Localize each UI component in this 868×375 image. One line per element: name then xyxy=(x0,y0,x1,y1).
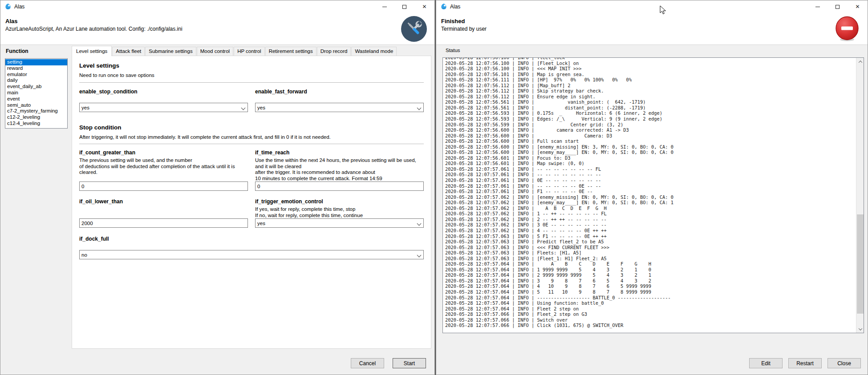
field-help-if-count-greater-than: The previous setting will be used, and t… xyxy=(79,157,248,176)
minimize-button[interactable] xyxy=(374,0,394,13)
if-oil-lower-than-input[interactable] xyxy=(79,218,248,228)
log-line: 2020-05-28 12:07:57.061 | INFO | -- -- -… xyxy=(445,172,856,177)
if-dock-full-select[interactable]: no xyxy=(79,250,424,259)
maximize-icon xyxy=(836,5,840,9)
log-line: 2020-05-28 12:07:56.100 | INFO | [Fleet_… xyxy=(445,60,856,66)
alas-config-window: Alas ✕ Alas AzurLaneAutoScript, An Azur … xyxy=(0,0,435,375)
log-line: 2020-05-28 12:07:56.561 | INFO | distant… xyxy=(445,105,856,111)
chevron-down-icon xyxy=(417,222,422,226)
function-list-item[interactable]: event_daily_ab xyxy=(5,84,67,90)
log-line: 2020-05-28 12:07:56.601 | INFO | Map swi… xyxy=(445,161,856,166)
level-settings-panel: Level settings Need to run once to save … xyxy=(72,56,431,349)
minimize-icon xyxy=(815,7,820,7)
minimize-button[interactable] xyxy=(807,0,827,13)
function-list-item[interactable]: reward xyxy=(5,65,67,72)
function-list-item[interactable]: main xyxy=(5,90,67,96)
status-log-box[interactable]: 2020-05-28 12:07:56.100 | INFO | fleet_l… xyxy=(442,57,864,333)
scroll-up-button[interactable] xyxy=(856,58,864,65)
log-line: 2020-05-28 12:07:57.061 | INFO | F1 -- -… xyxy=(445,189,856,194)
if-trigger-emotion-control-select[interactable]: yes xyxy=(255,218,424,228)
tab[interactable]: Mood control xyxy=(197,47,233,56)
app-icon xyxy=(4,3,12,10)
log-line: 2020-05-28 12:07:57.064 | INFO | 5 11 10… xyxy=(445,289,856,295)
tab[interactable]: HP control xyxy=(234,47,264,56)
function-list-item[interactable]: emulator xyxy=(5,72,67,78)
tab[interactable]: Retirement settings xyxy=(265,47,316,56)
cancel-button[interactable]: Cancel xyxy=(351,358,384,368)
log-line: 2020-05-28 12:07:57.064 | INFO | -------… xyxy=(445,295,856,301)
log-line: 2020-05-28 12:07:56.112 | INFO | [Map_bu… xyxy=(445,83,856,89)
tools-icon xyxy=(401,16,427,42)
log-line: 2020-05-28 12:07:57.061 | INFO | 0E -- -… xyxy=(445,177,856,183)
scrollbar-thumb[interactable] xyxy=(857,214,864,313)
log-line: 2020-05-28 12:07:56.601 | INFO | Focus t… xyxy=(445,155,856,161)
function-list-item[interactable]: c12-2_leveling xyxy=(5,114,67,121)
log-line: 2020-05-28 12:07:56.593 | INFO | Edges: … xyxy=(445,116,856,122)
function-list-item[interactable]: setting xyxy=(5,59,67,65)
close-button[interactable]: ✕ xyxy=(848,0,868,13)
section-title-level-settings: Level settings xyxy=(79,62,424,69)
field-label-if-count-greater-than: if_count_greater_than xyxy=(79,149,248,156)
function-list-item[interactable]: event xyxy=(5,96,67,102)
log-line: 2020-05-28 12:07:56.593 | INFO | 0.175s … xyxy=(445,110,856,116)
tab[interactable]: Wasteland mode xyxy=(351,47,397,56)
function-list-item[interactable]: semi_auto xyxy=(5,102,67,109)
log-line: 2020-05-28 12:07:56.600 | INFO | [enemy_… xyxy=(445,144,856,150)
minimize-icon xyxy=(382,7,387,7)
log-scrollbar[interactable] xyxy=(856,58,864,333)
chevron-down-icon xyxy=(858,327,862,330)
field-label-enable-fast-forward: enable_fast_forward xyxy=(255,89,424,95)
log-line: 2020-05-28 12:07:57.066 | INFO | Switch … xyxy=(445,317,856,323)
log-line: 2020-05-28 12:07:57.064 | INFO | A B C D… xyxy=(445,261,856,267)
maximize-icon xyxy=(402,5,406,9)
log-line: 2020-05-28 12:07:57.063 | INFO | Fleets:… xyxy=(445,250,856,256)
log-line: 2020-05-28 12:07:57.062 | INFO | [enemy_… xyxy=(445,194,856,200)
log-line: 2020-05-28 12:07:57.064 | INFO | 4 10 9 … xyxy=(445,283,856,289)
maximize-button[interactable] xyxy=(827,0,848,13)
tab[interactable]: Level settings xyxy=(72,46,112,56)
log-line: 2020-05-28 12:07:56.600 | INFO | camera … xyxy=(445,127,856,133)
edit-button[interactable]: Edit xyxy=(749,358,783,368)
select-value: yes xyxy=(257,105,265,110)
chevron-up-icon xyxy=(858,60,862,64)
app-header: Alas AzurLaneAutoScript, An Azur Lane au… xyxy=(0,13,434,45)
section-desc-stop-condition: After triggering, it will not stop immed… xyxy=(79,134,424,140)
close-icon: ✕ xyxy=(422,4,426,9)
if-count-greater-than-input[interactable] xyxy=(79,181,248,191)
scroll-down-button[interactable] xyxy=(856,325,864,333)
alas-log-window: Alas ✕ Finished Terminated by user Statu… xyxy=(436,0,868,375)
close-icon: ✕ xyxy=(855,4,860,9)
section-title-stop-condition: Stop condition xyxy=(79,124,424,131)
section-desc-level-settings: Need to run once to save options xyxy=(79,72,424,78)
app-icon xyxy=(440,3,447,10)
function-list-item[interactable]: daily xyxy=(5,77,67,84)
close-window-button[interactable]: Close xyxy=(827,358,861,368)
log-line: 2020-05-28 12:07:57.064 | INFO | Using f… xyxy=(445,300,856,306)
log-line: 2020-05-28 12:07:57.062 | INFO | 4 -- --… xyxy=(445,228,856,234)
enable-stop-condition-select[interactable]: yes xyxy=(79,103,248,112)
log-line: 2020-05-28 12:07:57.061 | INFO | -- -- -… xyxy=(445,166,856,172)
restart-button[interactable]: Restart xyxy=(788,358,822,368)
divider xyxy=(79,82,424,83)
log-line: 2020-05-28 12:07:57.062 | INFO | 1 -- ++… xyxy=(445,211,856,217)
maximize-button[interactable] xyxy=(394,0,414,13)
close-button[interactable]: ✕ xyxy=(414,0,434,13)
titlebar[interactable]: Alas ✕ xyxy=(436,0,868,13)
log-line: 2020-05-28 12:07:57.062 | INFO | A B C D… xyxy=(445,206,856,211)
enable-fast-forward-select[interactable]: yes xyxy=(255,103,424,112)
tab[interactable]: Attack fleet xyxy=(112,47,145,56)
tab[interactable]: Submarine settings xyxy=(145,47,196,56)
function-list-item[interactable]: c12-4_leveling xyxy=(5,121,67,127)
log-line: 2020-05-28 12:07:56.101 | INFO | Map is … xyxy=(445,72,856,77)
function-list-item[interactable]: c7-2_mystery_farming xyxy=(5,108,67,114)
stop-icon xyxy=(834,16,860,42)
field-label-if-dock-full: if_dock_full xyxy=(79,236,424,242)
log-line: 2020-05-28 12:07:57.061 | INFO | -- -- -… xyxy=(445,183,856,189)
start-button[interactable]: Start xyxy=(393,358,426,368)
if-time-reach-input[interactable] xyxy=(255,181,424,191)
log-line: 2020-05-28 12:07:56.599 | INFO | Center … xyxy=(445,122,856,128)
log-line: 2020-05-28 12:07:57.064 | INFO | 2 9999 … xyxy=(445,272,856,278)
log-line: 2020-05-28 12:07:56.561 | INFO | vanish_… xyxy=(445,99,856,105)
tab[interactable]: Drop record xyxy=(317,47,351,56)
titlebar[interactable]: Alas ✕ xyxy=(0,0,434,13)
